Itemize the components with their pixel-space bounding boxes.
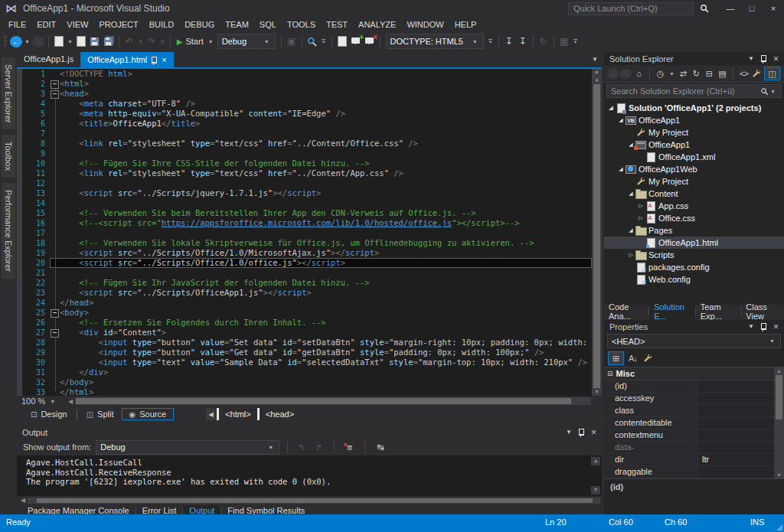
quick-launch-search-icon[interactable] xyxy=(700,4,709,13)
expander-icon[interactable]: ◢ xyxy=(627,191,635,197)
fold-collapse-icon[interactable] xyxy=(51,329,59,338)
tree-item-packages-config[interactable]: packages.config xyxy=(604,261,784,273)
menu-file[interactable]: FILE xyxy=(3,18,31,31)
expander-icon[interactable]: ▷ xyxy=(637,215,645,221)
output-source-select[interactable]: Debug ▼ xyxy=(96,440,279,455)
tree-item-web-config[interactable]: Web.config xyxy=(604,273,784,286)
code-line-3[interactable]: 3<head> xyxy=(22,89,592,99)
pin-icon[interactable] xyxy=(761,323,766,330)
undo-icon[interactable]: ↶ xyxy=(123,34,136,48)
tree-item-pages[interactable]: ◢Pages xyxy=(604,224,784,237)
expander-icon[interactable]: ◢ xyxy=(617,166,625,172)
code-line-27[interactable]: 27 <div id="Content"> xyxy=(22,328,592,338)
chevron-down-icon[interactable]: ▼ xyxy=(668,71,676,77)
toolbar-overflow-icon[interactable]: ▼ xyxy=(486,39,495,44)
close-button[interactable]: × xyxy=(763,1,784,16)
se-forward-icon[interactable]: → xyxy=(620,69,632,79)
property-row-contenteditable[interactable]: contenteditable xyxy=(604,417,784,429)
menu-build[interactable]: BUILD xyxy=(144,18,179,31)
expander-icon[interactable]: ▷ xyxy=(627,252,635,258)
editor-horizontal-scrollbar[interactable] xyxy=(75,397,591,405)
view-tab-design[interactable]: ⊡Design xyxy=(23,408,75,420)
expander-icon[interactable]: ◢ xyxy=(627,227,635,233)
toolbar-overflow-icon[interactable]: ▼ xyxy=(571,39,580,44)
table-grid-icon[interactable]: ▦ xyxy=(558,34,570,48)
properties-wrench-icon[interactable] xyxy=(751,67,763,80)
document-tab-officeapp1-js[interactable]: OfficeApp1.js xyxy=(17,52,80,67)
chevron-down-icon[interactable]: ▼ xyxy=(769,89,777,94)
code-line-17[interactable]: 17 xyxy=(22,228,592,238)
property-value[interactable] xyxy=(698,429,774,441)
window-position-menu-icon[interactable]: ▼ xyxy=(748,55,754,62)
code-line-30[interactable]: 30 <input type="text" value="Sample Data… xyxy=(22,357,592,367)
close-icon[interactable]: × xyxy=(162,55,166,64)
categorized-icon[interactable]: ⊞ xyxy=(608,351,624,365)
code-line-31[interactable]: 31 </div> xyxy=(22,367,592,377)
scroll-up-icon[interactable]: ▲ xyxy=(776,367,782,374)
tool-tab-server-explorer[interactable]: Server Explorer xyxy=(2,57,15,129)
code-line-10[interactable]: 10 <!-- Fügen Sie Ihre CSS-Stile der fol… xyxy=(22,158,592,168)
pin-icon[interactable] xyxy=(761,55,766,62)
word-wrap-icon[interactable]: ↹ xyxy=(374,441,386,453)
toolbar-grip[interactable] xyxy=(4,36,7,47)
code-line-19[interactable]: 19 <script src="../Scripts/Office/1.0/Mi… xyxy=(22,248,592,258)
scroll-down-icon[interactable]: ▼ xyxy=(776,472,782,478)
find-in-files-icon[interactable] xyxy=(306,34,318,48)
navigate-forward-icon[interactable]: → xyxy=(32,36,44,47)
doctype-select[interactable]: DOCTYPE: HTML5▼ xyxy=(386,34,484,49)
property-row-class[interactable]: class xyxy=(604,405,784,417)
menu-help[interactable]: HELP xyxy=(449,18,482,31)
menu-tools[interactable]: TOOLS xyxy=(282,18,321,31)
code-line-11[interactable]: 11 <link rel="stylesheet" type="text/css… xyxy=(22,168,592,178)
tool-tab-toolbox[interactable]: Toolbox xyxy=(2,135,15,178)
window-position-menu-icon[interactable]: ▼ xyxy=(748,323,754,330)
breadcrumb-item-html[interactable]: <html> xyxy=(220,409,256,419)
code-editor[interactable]: 1<!DOCTYPE html>2<html>3<head>4 <meta ch… xyxy=(17,67,602,396)
expander-icon[interactable]: ◢ xyxy=(607,105,615,111)
status-line[interactable]: Ln 20 xyxy=(545,517,567,527)
view-tab-split[interactable]: ◫Split xyxy=(79,408,122,420)
collapse-all-icon[interactable]: ⊟ xyxy=(704,67,715,80)
close-icon[interactable]: × xyxy=(773,321,779,332)
property-row-draggable[interactable]: draggable xyxy=(604,466,784,478)
add-comment-icon[interactable] xyxy=(350,34,362,48)
status-column[interactable]: Col 60 xyxy=(609,517,633,527)
property-row-id[interactable]: (id) xyxy=(604,380,784,393)
code-line-6[interactable]: 6 <title>OfficeApp1</title> xyxy=(22,119,592,129)
property-value[interactable] xyxy=(698,393,774,404)
tree-item-my-project[interactable]: My Project xyxy=(604,126,784,139)
tree-item-my-project[interactable]: My Project xyxy=(604,175,784,188)
property-row-accesskey[interactable]: accesskey xyxy=(604,393,784,405)
code-line-25[interactable]: 25<body> xyxy=(22,308,592,318)
code-line-1[interactable]: 1<!DOCTYPE html> xyxy=(22,69,592,79)
menu-team[interactable]: TEAM xyxy=(220,18,254,31)
save-all-icon[interactable] xyxy=(103,34,115,48)
minimize-button[interactable]: — xyxy=(720,1,741,16)
panel-tab-code-ana[interactable]: Code Ana... xyxy=(604,302,648,321)
category-row-misc[interactable]: ⊟Misc xyxy=(604,367,784,380)
navigate-backward-icon[interactable]: ← xyxy=(10,36,22,47)
splitter-handle-icon[interactable]: ≡ xyxy=(595,69,599,77)
fold-collapse-icon[interactable] xyxy=(51,309,59,318)
menu-debug[interactable]: DEBUG xyxy=(179,18,220,31)
refresh-icon[interactable]: ↻ xyxy=(691,67,702,80)
tree-item-scripts[interactable]: ▷Scripts xyxy=(604,249,784,261)
toolbar-overflow-icon[interactable]: ▼ xyxy=(319,39,328,44)
check-out-icon[interactable]: ↧ xyxy=(517,34,529,48)
history-icon[interactable]: ↻ xyxy=(537,34,550,48)
window-position-menu-icon[interactable]: ▼ xyxy=(566,429,572,436)
chevron-down-icon[interactable]: ▼ xyxy=(23,39,31,44)
code-line-21[interactable]: 21 xyxy=(22,268,592,278)
code-line-33[interactable]: 33</html> xyxy=(22,387,592,396)
show-all-files-icon[interactable]: ▤ xyxy=(717,67,728,80)
menu-view[interactable]: VIEW xyxy=(61,18,93,31)
tree-item-officeapp1-html[interactable]: OfficeApp1.html xyxy=(604,237,784,249)
close-icon[interactable]: × xyxy=(773,54,779,64)
code-lines[interactable]: 1<!DOCTYPE html>2<html>3<head>4 <meta ch… xyxy=(22,69,592,396)
horizontal-scroll-thumb[interactable] xyxy=(37,498,592,503)
redo-icon[interactable]: ↷ xyxy=(145,34,158,48)
document-outline-icon[interactable] xyxy=(336,34,348,48)
resize-grip[interactable] xyxy=(776,524,782,530)
home-icon[interactable]: ⌂ xyxy=(633,67,645,80)
start-debugging-button[interactable]: ▶Start xyxy=(174,37,207,46)
